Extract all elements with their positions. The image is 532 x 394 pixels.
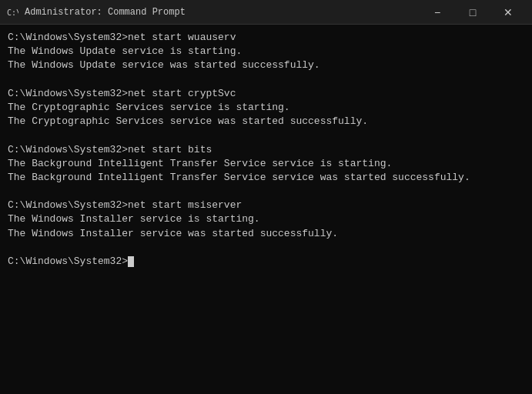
terminal-line: The Windows Installer service was starte… xyxy=(8,227,524,241)
svg-text:C:\: C:\ xyxy=(7,8,18,17)
terminal-line xyxy=(8,185,524,199)
title-bar: C:\ Administrator: Command Prompt − □ ✕ xyxy=(0,0,532,25)
terminal-line: C:\Windows\System32>net start msiserver xyxy=(8,199,524,212)
terminal-body[interactable]: C:\Windows\System32>net start wuauservTh… xyxy=(0,25,532,394)
title-bar-controls: − □ ✕ xyxy=(420,0,526,25)
terminal-line: C:\Windows\System32>net start cryptSvc xyxy=(8,87,524,101)
terminal-line xyxy=(8,73,524,87)
terminal-line: The Background Intelligent Transfer Serv… xyxy=(8,171,524,185)
terminal-line: The Background Intelligent Transfer Serv… xyxy=(8,157,524,171)
cursor xyxy=(128,256,134,267)
terminal-line: The Cryptographic Services service is st… xyxy=(8,101,524,115)
terminal-line: The Windows Update service was started s… xyxy=(8,58,524,72)
terminal-line: C:\Windows\System32>net start bits xyxy=(8,143,524,157)
terminal-line: C:\Windows\System32>net start wuauserv xyxy=(8,31,524,45)
cmd-icon: C:\ xyxy=(6,6,18,18)
terminal-line xyxy=(8,129,524,142)
terminal-line: C:\Windows\System32> xyxy=(8,255,524,269)
terminal-line xyxy=(8,241,524,255)
close-button[interactable]: ✕ xyxy=(490,0,526,25)
minimize-button[interactable]: − xyxy=(420,0,455,25)
title-bar-text: Administrator: Command Prompt xyxy=(25,7,413,18)
terminal-line: The Windows Update service is starting. xyxy=(8,45,524,58)
maximize-button[interactable]: □ xyxy=(455,0,490,25)
terminal-line: The Windows Installer service is startin… xyxy=(8,212,524,226)
terminal-line: The Cryptographic Services service was s… xyxy=(8,115,524,129)
